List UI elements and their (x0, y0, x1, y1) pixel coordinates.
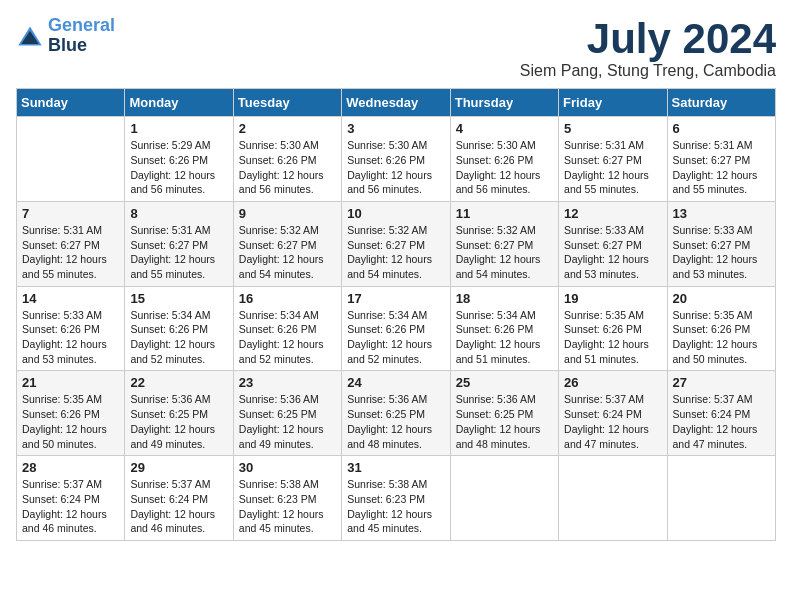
day-number: 27 (673, 375, 770, 390)
day-info: Sunrise: 5:36 AM Sunset: 6:25 PM Dayligh… (239, 392, 336, 451)
calendar-cell (667, 456, 775, 541)
day-info: Sunrise: 5:32 AM Sunset: 6:27 PM Dayligh… (456, 223, 553, 282)
day-info: Sunrise: 5:35 AM Sunset: 6:26 PM Dayligh… (564, 308, 661, 367)
day-info: Sunrise: 5:30 AM Sunset: 6:26 PM Dayligh… (456, 138, 553, 197)
calendar-cell: 30Sunrise: 5:38 AM Sunset: 6:23 PM Dayli… (233, 456, 341, 541)
day-info: Sunrise: 5:33 AM Sunset: 6:27 PM Dayligh… (564, 223, 661, 282)
calendar-cell: 5Sunrise: 5:31 AM Sunset: 6:27 PM Daylig… (559, 117, 667, 202)
day-info: Sunrise: 5:34 AM Sunset: 6:26 PM Dayligh… (456, 308, 553, 367)
calendar-cell: 22Sunrise: 5:36 AM Sunset: 6:25 PM Dayli… (125, 371, 233, 456)
calendar-cell: 12Sunrise: 5:33 AM Sunset: 6:27 PM Dayli… (559, 201, 667, 286)
calendar-table: SundayMondayTuesdayWednesdayThursdayFrid… (16, 88, 776, 541)
calendar-cell: 6Sunrise: 5:31 AM Sunset: 6:27 PM Daylig… (667, 117, 775, 202)
calendar-cell: 15Sunrise: 5:34 AM Sunset: 6:26 PM Dayli… (125, 286, 233, 371)
calendar-cell: 1Sunrise: 5:29 AM Sunset: 6:26 PM Daylig… (125, 117, 233, 202)
title-area: July 2024 Siem Pang, Stung Treng, Cambod… (520, 16, 776, 80)
day-info: Sunrise: 5:34 AM Sunset: 6:26 PM Dayligh… (347, 308, 444, 367)
day-number: 25 (456, 375, 553, 390)
day-info: Sunrise: 5:37 AM Sunset: 6:24 PM Dayligh… (130, 477, 227, 536)
calendar-cell: 14Sunrise: 5:33 AM Sunset: 6:26 PM Dayli… (17, 286, 125, 371)
calendar-cell: 26Sunrise: 5:37 AM Sunset: 6:24 PM Dayli… (559, 371, 667, 456)
calendar-cell: 2Sunrise: 5:30 AM Sunset: 6:26 PM Daylig… (233, 117, 341, 202)
day-number: 14 (22, 291, 119, 306)
calendar-cell: 25Sunrise: 5:36 AM Sunset: 6:25 PM Dayli… (450, 371, 558, 456)
calendar-cell (559, 456, 667, 541)
calendar-cell (17, 117, 125, 202)
day-info: Sunrise: 5:34 AM Sunset: 6:26 PM Dayligh… (130, 308, 227, 367)
day-number: 28 (22, 460, 119, 475)
col-header-thursday: Thursday (450, 89, 558, 117)
calendar-cell: 16Sunrise: 5:34 AM Sunset: 6:26 PM Dayli… (233, 286, 341, 371)
day-info: Sunrise: 5:30 AM Sunset: 6:26 PM Dayligh… (239, 138, 336, 197)
day-number: 6 (673, 121, 770, 136)
day-number: 26 (564, 375, 661, 390)
col-header-friday: Friday (559, 89, 667, 117)
calendar-cell: 21Sunrise: 5:35 AM Sunset: 6:26 PM Dayli… (17, 371, 125, 456)
day-number: 15 (130, 291, 227, 306)
day-number: 1 (130, 121, 227, 136)
day-info: Sunrise: 5:37 AM Sunset: 6:24 PM Dayligh… (564, 392, 661, 451)
day-info: Sunrise: 5:38 AM Sunset: 6:23 PM Dayligh… (239, 477, 336, 536)
col-header-sunday: Sunday (17, 89, 125, 117)
day-info: Sunrise: 5:30 AM Sunset: 6:26 PM Dayligh… (347, 138, 444, 197)
calendar-cell: 13Sunrise: 5:33 AM Sunset: 6:27 PM Dayli… (667, 201, 775, 286)
col-header-saturday: Saturday (667, 89, 775, 117)
calendar-cell: 3Sunrise: 5:30 AM Sunset: 6:26 PM Daylig… (342, 117, 450, 202)
day-number: 13 (673, 206, 770, 221)
day-number: 3 (347, 121, 444, 136)
day-number: 31 (347, 460, 444, 475)
calendar-cell: 18Sunrise: 5:34 AM Sunset: 6:26 PM Dayli… (450, 286, 558, 371)
day-number: 10 (347, 206, 444, 221)
calendar-cell: 10Sunrise: 5:32 AM Sunset: 6:27 PM Dayli… (342, 201, 450, 286)
day-info: Sunrise: 5:36 AM Sunset: 6:25 PM Dayligh… (130, 392, 227, 451)
calendar-cell: 19Sunrise: 5:35 AM Sunset: 6:26 PM Dayli… (559, 286, 667, 371)
day-info: Sunrise: 5:38 AM Sunset: 6:23 PM Dayligh… (347, 477, 444, 536)
day-info: Sunrise: 5:33 AM Sunset: 6:27 PM Dayligh… (673, 223, 770, 282)
calendar-cell: 17Sunrise: 5:34 AM Sunset: 6:26 PM Dayli… (342, 286, 450, 371)
day-number: 21 (22, 375, 119, 390)
location-subtitle: Siem Pang, Stung Treng, Cambodia (520, 62, 776, 80)
day-number: 16 (239, 291, 336, 306)
day-number: 30 (239, 460, 336, 475)
day-number: 7 (22, 206, 119, 221)
col-header-wednesday: Wednesday (342, 89, 450, 117)
calendar-cell: 23Sunrise: 5:36 AM Sunset: 6:25 PM Dayli… (233, 371, 341, 456)
day-info: Sunrise: 5:33 AM Sunset: 6:26 PM Dayligh… (22, 308, 119, 367)
day-info: Sunrise: 5:36 AM Sunset: 6:25 PM Dayligh… (456, 392, 553, 451)
col-header-monday: Monday (125, 89, 233, 117)
page-header: GeneralBlue July 2024 Siem Pang, Stung T… (16, 16, 776, 80)
month-year-title: July 2024 (520, 16, 776, 62)
calendar-cell: 24Sunrise: 5:36 AM Sunset: 6:25 PM Dayli… (342, 371, 450, 456)
day-number: 12 (564, 206, 661, 221)
calendar-cell: 11Sunrise: 5:32 AM Sunset: 6:27 PM Dayli… (450, 201, 558, 286)
day-number: 20 (673, 291, 770, 306)
logo-icon (16, 25, 44, 47)
day-number: 11 (456, 206, 553, 221)
day-info: Sunrise: 5:36 AM Sunset: 6:25 PM Dayligh… (347, 392, 444, 451)
day-info: Sunrise: 5:35 AM Sunset: 6:26 PM Dayligh… (673, 308, 770, 367)
logo-text: GeneralBlue (48, 16, 115, 56)
day-info: Sunrise: 5:32 AM Sunset: 6:27 PM Dayligh… (347, 223, 444, 282)
day-number: 19 (564, 291, 661, 306)
calendar-cell: 28Sunrise: 5:37 AM Sunset: 6:24 PM Dayli… (17, 456, 125, 541)
day-number: 23 (239, 375, 336, 390)
calendar-cell: 8Sunrise: 5:31 AM Sunset: 6:27 PM Daylig… (125, 201, 233, 286)
calendar-cell: 31Sunrise: 5:38 AM Sunset: 6:23 PM Dayli… (342, 456, 450, 541)
calendar-cell: 4Sunrise: 5:30 AM Sunset: 6:26 PM Daylig… (450, 117, 558, 202)
day-number: 5 (564, 121, 661, 136)
day-info: Sunrise: 5:35 AM Sunset: 6:26 PM Dayligh… (22, 392, 119, 451)
day-number: 9 (239, 206, 336, 221)
day-number: 2 (239, 121, 336, 136)
day-info: Sunrise: 5:37 AM Sunset: 6:24 PM Dayligh… (22, 477, 119, 536)
calendar-cell: 9Sunrise: 5:32 AM Sunset: 6:27 PM Daylig… (233, 201, 341, 286)
logo: GeneralBlue (16, 16, 115, 56)
day-number: 17 (347, 291, 444, 306)
day-info: Sunrise: 5:29 AM Sunset: 6:26 PM Dayligh… (130, 138, 227, 197)
calendar-cell: 29Sunrise: 5:37 AM Sunset: 6:24 PM Dayli… (125, 456, 233, 541)
day-info: Sunrise: 5:34 AM Sunset: 6:26 PM Dayligh… (239, 308, 336, 367)
calendar-cell: 7Sunrise: 5:31 AM Sunset: 6:27 PM Daylig… (17, 201, 125, 286)
day-number: 24 (347, 375, 444, 390)
col-header-tuesday: Tuesday (233, 89, 341, 117)
day-info: Sunrise: 5:31 AM Sunset: 6:27 PM Dayligh… (130, 223, 227, 282)
day-number: 8 (130, 206, 227, 221)
